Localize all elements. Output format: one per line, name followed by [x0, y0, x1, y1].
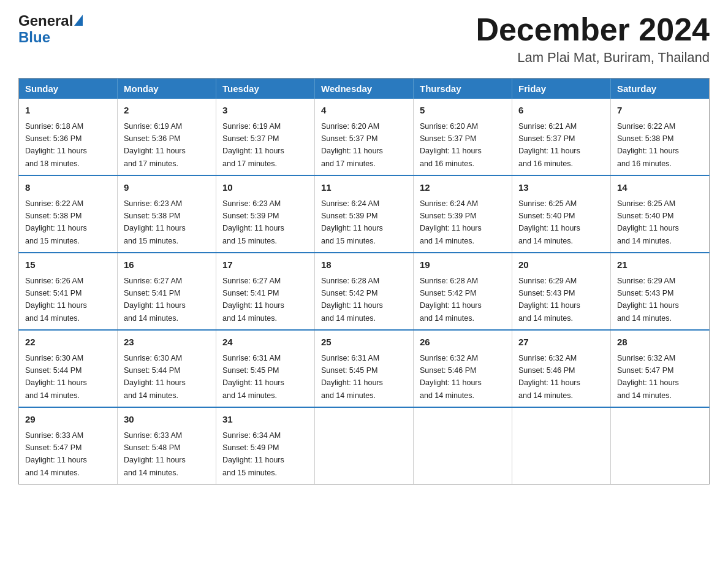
day-info: Sunrise: 6:29 AMSunset: 5:43 PMDaylight:… — [617, 277, 679, 323]
day-info: Sunrise: 6:24 AMSunset: 5:39 PMDaylight:… — [321, 199, 383, 245]
day-number: 13 — [518, 181, 604, 195]
day-number: 21 — [617, 258, 703, 272]
day-number: 25 — [321, 335, 407, 350]
day-info: Sunrise: 6:28 AMSunset: 5:42 PMDaylight:… — [420, 277, 482, 323]
day-info: Sunrise: 6:28 AMSunset: 5:42 PMDaylight:… — [321, 277, 383, 323]
calendar-day-cell: 6 Sunrise: 6:21 AMSunset: 5:37 PMDayligh… — [512, 99, 611, 175]
calendar-day-cell: 17 Sunrise: 6:27 AMSunset: 5:41 PMDaylig… — [216, 253, 315, 330]
day-number: 5 — [420, 104, 506, 118]
calendar-day-cell: 26 Sunrise: 6:32 AMSunset: 5:46 PMDaylig… — [414, 330, 512, 407]
title-area: December 2024 Lam Plai Mat, Buriram, Tha… — [476, 12, 710, 66]
day-info: Sunrise: 6:30 AMSunset: 5:44 PMDaylight:… — [124, 354, 186, 400]
header-friday: Friday — [512, 79, 611, 99]
day-number: 15 — [25, 258, 111, 272]
day-info: Sunrise: 6:20 AMSunset: 5:37 PMDaylight:… — [420, 122, 482, 168]
day-number: 8 — [25, 181, 111, 195]
calendar-day-cell: 7 Sunrise: 6:22 AMSunset: 5:38 PMDayligh… — [611, 99, 710, 175]
calendar-empty-cell — [414, 407, 512, 484]
day-number: 20 — [518, 258, 604, 272]
logo-triangle-icon — [74, 15, 83, 26]
calendar-day-cell: 27 Sunrise: 6:32 AMSunset: 5:46 PMDaylig… — [512, 330, 611, 407]
calendar-empty-cell — [611, 407, 710, 484]
day-info: Sunrise: 6:19 AMSunset: 5:36 PMDaylight:… — [124, 122, 186, 168]
day-number: 18 — [321, 258, 407, 272]
calendar-day-cell: 25 Sunrise: 6:31 AMSunset: 5:45 PMDaylig… — [315, 330, 414, 407]
calendar-day-cell: 3 Sunrise: 6:19 AMSunset: 5:37 PMDayligh… — [216, 99, 315, 175]
day-info: Sunrise: 6:33 AMSunset: 5:48 PMDaylight:… — [124, 431, 186, 477]
calendar-day-cell: 14 Sunrise: 6:25 AMSunset: 5:40 PMDaylig… — [611, 175, 710, 253]
day-number: 2 — [124, 104, 210, 118]
calendar-day-cell: 16 Sunrise: 6:27 AMSunset: 5:41 PMDaylig… — [118, 253, 216, 330]
day-number: 6 — [518, 104, 604, 118]
day-number: 19 — [420, 258, 506, 272]
calendar-week-row: 15 Sunrise: 6:26 AMSunset: 5:41 PMDaylig… — [19, 253, 710, 330]
calendar-empty-cell — [315, 407, 414, 484]
header-wednesday: Wednesday — [315, 79, 414, 99]
day-number: 28 — [617, 335, 703, 350]
day-info: Sunrise: 6:21 AMSunset: 5:37 PMDaylight:… — [518, 122, 580, 168]
day-info: Sunrise: 6:27 AMSunset: 5:41 PMDaylight:… — [124, 277, 186, 323]
logo: General Blue — [18, 12, 83, 46]
day-info: Sunrise: 6:30 AMSunset: 5:44 PMDaylight:… — [25, 354, 87, 400]
header-thursday: Thursday — [414, 79, 512, 99]
calendar-day-cell: 13 Sunrise: 6:25 AMSunset: 5:40 PMDaylig… — [512, 175, 611, 253]
calendar-day-cell: 31 Sunrise: 6:34 AMSunset: 5:49 PMDaylig… — [216, 407, 315, 484]
day-info: Sunrise: 6:19 AMSunset: 5:37 PMDaylight:… — [222, 122, 284, 168]
calendar-day-cell: 19 Sunrise: 6:28 AMSunset: 5:42 PMDaylig… — [414, 253, 512, 330]
calendar-header-row: SundayMondayTuesdayWednesdayThursdayFrid… — [19, 79, 710, 99]
day-info: Sunrise: 6:23 AMSunset: 5:38 PMDaylight:… — [124, 199, 186, 245]
day-info: Sunrise: 6:31 AMSunset: 5:45 PMDaylight:… — [321, 354, 383, 400]
calendar-day-cell: 1 Sunrise: 6:18 AMSunset: 5:36 PMDayligh… — [19, 99, 118, 175]
calendar-week-row: 8 Sunrise: 6:22 AMSunset: 5:38 PMDayligh… — [19, 175, 710, 253]
logo-blue-text: Blue — [18, 29, 50, 45]
header-saturday: Saturday — [611, 79, 710, 99]
calendar-day-cell: 29 Sunrise: 6:33 AMSunset: 5:47 PMDaylig… — [19, 407, 118, 484]
calendar-week-row: 1 Sunrise: 6:18 AMSunset: 5:36 PMDayligh… — [19, 99, 710, 175]
day-number: 29 — [25, 413, 111, 427]
day-info: Sunrise: 6:29 AMSunset: 5:43 PMDaylight:… — [518, 277, 580, 323]
calendar-day-cell: 5 Sunrise: 6:20 AMSunset: 5:37 PMDayligh… — [414, 99, 512, 175]
calendar-day-cell: 28 Sunrise: 6:32 AMSunset: 5:47 PMDaylig… — [611, 330, 710, 407]
day-number: 11 — [321, 181, 407, 195]
day-number: 9 — [124, 181, 210, 195]
day-number: 1 — [25, 104, 111, 118]
day-number: 22 — [25, 335, 111, 350]
day-number: 30 — [124, 413, 210, 427]
day-info: Sunrise: 6:24 AMSunset: 5:39 PMDaylight:… — [420, 199, 482, 245]
day-number: 24 — [222, 335, 308, 350]
day-info: Sunrise: 6:33 AMSunset: 5:47 PMDaylight:… — [25, 431, 87, 477]
location-title: Lam Plai Mat, Buriram, Thailand — [476, 50, 710, 66]
day-number: 26 — [420, 335, 506, 350]
day-info: Sunrise: 6:25 AMSunset: 5:40 PMDaylight:… — [617, 199, 679, 245]
day-info: Sunrise: 6:34 AMSunset: 5:49 PMDaylight:… — [222, 431, 284, 477]
calendar-day-cell: 11 Sunrise: 6:24 AMSunset: 5:39 PMDaylig… — [315, 175, 414, 253]
day-info: Sunrise: 6:18 AMSunset: 5:36 PMDaylight:… — [25, 122, 87, 168]
day-number: 23 — [124, 335, 210, 350]
header-sunday: Sunday — [19, 79, 118, 99]
day-info: Sunrise: 6:27 AMSunset: 5:41 PMDaylight:… — [222, 277, 284, 323]
day-number: 12 — [420, 181, 506, 195]
day-info: Sunrise: 6:32 AMSunset: 5:46 PMDaylight:… — [420, 354, 482, 400]
calendar-week-row: 29 Sunrise: 6:33 AMSunset: 5:47 PMDaylig… — [19, 407, 710, 484]
calendar-day-cell: 21 Sunrise: 6:29 AMSunset: 5:43 PMDaylig… — [611, 253, 710, 330]
day-info: Sunrise: 6:32 AMSunset: 5:47 PMDaylight:… — [617, 354, 679, 400]
header-monday: Monday — [118, 79, 216, 99]
calendar-day-cell: 12 Sunrise: 6:24 AMSunset: 5:39 PMDaylig… — [414, 175, 512, 253]
calendar-table: SundayMondayTuesdayWednesdayThursdayFrid… — [18, 78, 710, 484]
calendar-day-cell: 30 Sunrise: 6:33 AMSunset: 5:48 PMDaylig… — [118, 407, 216, 484]
day-number: 7 — [617, 104, 703, 118]
calendar-day-cell: 22 Sunrise: 6:30 AMSunset: 5:44 PMDaylig… — [19, 330, 118, 407]
day-number: 3 — [222, 104, 308, 118]
calendar-day-cell: 24 Sunrise: 6:31 AMSunset: 5:45 PMDaylig… — [216, 330, 315, 407]
day-number: 16 — [124, 258, 210, 272]
calendar-empty-cell — [512, 407, 611, 484]
day-info: Sunrise: 6:31 AMSunset: 5:45 PMDaylight:… — [222, 354, 284, 400]
day-number: 14 — [617, 181, 703, 195]
month-title: December 2024 — [476, 12, 710, 47]
day-info: Sunrise: 6:26 AMSunset: 5:41 PMDaylight:… — [25, 277, 87, 323]
calendar-day-cell: 8 Sunrise: 6:22 AMSunset: 5:38 PMDayligh… — [19, 175, 118, 253]
logo-general-text: General — [18, 12, 83, 29]
day-info: Sunrise: 6:32 AMSunset: 5:46 PMDaylight:… — [518, 354, 580, 400]
day-info: Sunrise: 6:25 AMSunset: 5:40 PMDaylight:… — [518, 199, 580, 245]
day-number: 17 — [222, 258, 308, 272]
